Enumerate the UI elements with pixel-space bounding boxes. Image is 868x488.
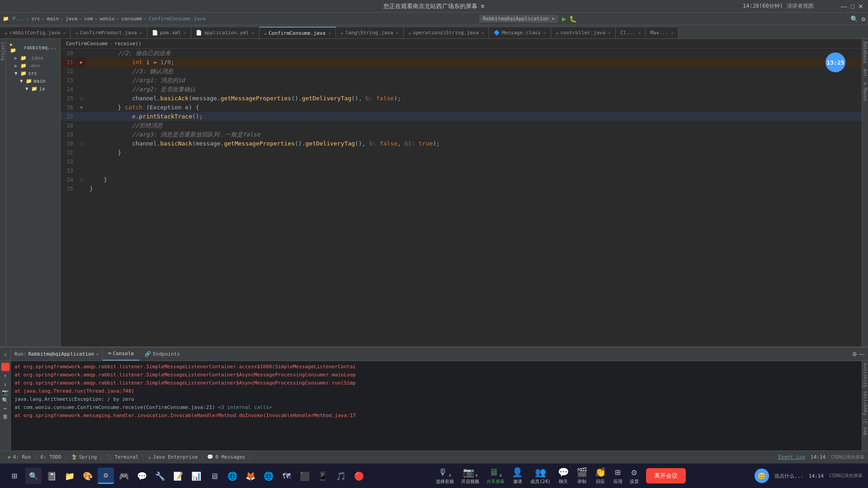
spring-tab[interactable]: 🍃Spring — [66, 454, 102, 460]
debug-button[interactable]: 🐛 — [569, 15, 577, 23]
tab-langstring[interactable]: ☕lang\String.java✕ — [336, 27, 404, 38]
chat-btn[interactable]: 💬 聊天 — [558, 467, 569, 485]
taskbar-app-chrome[interactable]: 🌐 — [224, 468, 241, 484]
tab-applicationyml[interactable]: 📄application.yml✕ — [191, 27, 259, 38]
tab-rabbitconfig[interactable]: ☕rabbitConfig.java✕ — [0, 27, 71, 38]
tab-cl[interactable]: Cl...✕ — [616, 27, 646, 38]
say-what-label[interactable]: 说点什么... — [774, 473, 803, 479]
breadcrumb-java[interactable]: java — [66, 16, 78, 22]
taskbar-app-explorer[interactable]: 📁 — [61, 468, 78, 484]
run-config-name[interactable]: Rabbitmq6qiApplication — [28, 351, 94, 357]
presenter-view[interactable]: 演讲者视图 — [787, 2, 814, 10]
clear-button[interactable]: 🗑 — [3, 413, 8, 420]
window-maximize[interactable]: □ — [851, 3, 854, 10]
tree-root[interactable]: ▶ 📁rabbitmq... — [8, 41, 58, 54]
tree-main[interactable]: ▼ 📁main — [19, 77, 58, 85]
tab-pomxml[interactable]: 📄pom.xml✕ — [147, 27, 191, 38]
taskbar-app-chart[interactable]: 📊 — [188, 468, 204, 484]
settings-btn[interactable]: ⚙ 设置 — [630, 467, 639, 485]
run-status-tab[interactable]: ▶4: Run — [4, 454, 36, 460]
taskbar-app-intellij[interactable]: ⚙ — [98, 468, 114, 484]
project-sidebar-tab[interactable]: Project — [0, 39, 6, 63]
invite-btn[interactable]: 👤 邀请 — [512, 467, 523, 485]
timer-badge: 13:25 — [826, 52, 845, 72]
reaction-btn[interactable]: 👏 回应 — [595, 467, 606, 485]
wrap-button[interactable]: ↩ — [4, 405, 7, 412]
window-minimize[interactable]: — — [841, 3, 847, 10]
tab-operationsstring[interactable]: ☕operations\String.java✕ — [404, 27, 489, 38]
filter-button[interactable]: 🔍 — [2, 397, 9, 404]
taskbar-app-terminal[interactable]: ⬛ — [297, 468, 313, 484]
gear-icon[interactable]: ⚙ — [862, 15, 865, 23]
minimize-panel-button[interactable]: — — [859, 351, 864, 357]
database-label[interactable]: Database — [862, 39, 868, 66]
tab-confirmproduct[interactable]: ☕ConfirmProduct.java✕ — [71, 27, 147, 38]
tree-src[interactable]: ▼ 📁src — [14, 70, 58, 77]
tab-controller[interactable]: ☕controller.java✕ — [551, 27, 616, 38]
share-screen[interactable]: 🖥 ∧ 共享屏幕 — [486, 467, 505, 485]
restart-button[interactable]: ↺ — [4, 351, 7, 357]
structure-label[interactable]: Structure — [862, 361, 868, 389]
breadcrumb-confirmconsume[interactable]: ConfirmConsume.java — [149, 16, 206, 22]
taskbar-app-edge[interactable]: 🌐 — [260, 468, 277, 484]
taskbar-app-vs[interactable]: 🎨 — [80, 468, 96, 484]
ant-label[interactable]: Ant — [862, 66, 868, 80]
todo-tab[interactable]: 6: TODO — [36, 454, 66, 460]
taskbar-search[interactable]: 🔍 — [25, 468, 42, 484]
camera-button[interactable]: 📷 — [2, 389, 9, 395]
endpoints-tab[interactable]: 🔗Endpoints — [139, 347, 185, 361]
scroll-down-button[interactable]: ↓ — [4, 381, 7, 387]
tab-confirmconsume[interactable]: ☕ConfirmConsume.java✕ — [259, 27, 336, 38]
run-button[interactable]: ▶ — [562, 14, 566, 23]
console-line-5[interactable]: at com.woniu.consume.ConfirmConsume.rece… — [14, 404, 858, 412]
stop-button[interactable] — [1, 363, 9, 371]
taskbar-app-gradle[interactable]: 💬 — [134, 468, 150, 484]
tree-idea[interactable]: ▶ 📁.idea — [14, 54, 58, 62]
taskbar-app-red[interactable]: 🔴 — [351, 468, 367, 484]
breadcrumb-p[interactable]: P... — [13, 16, 25, 22]
settings-button[interactable]: ⚙ — [852, 351, 857, 357]
favorites-label[interactable]: 2: Favorites — [862, 389, 868, 425]
taskbar-app-tools[interactable]: 🔧 — [152, 468, 168, 484]
taskbar-app-onenote[interactable]: 📓 — [43, 468, 60, 484]
project-label: 📁 — [3, 16, 9, 22]
record-btn[interactable]: 🎬 录制 — [576, 467, 588, 485]
apps-btn[interactable]: ⊞ 应用 — [613, 467, 623, 485]
taskbar-app-music[interactable]: 🎵 — [333, 468, 349, 484]
breadcrumb-com[interactable]: com — [84, 16, 93, 22]
tab-mav[interactable]: Mav...✕ — [646, 27, 679, 38]
audio-control[interactable]: 🎙 ∧ 选择音频 — [436, 467, 454, 485]
console-tab[interactable]: ⌨Console — [103, 347, 139, 361]
event-log-link[interactable]: Event Log — [778, 454, 805, 460]
breadcrumb-woniu[interactable]: woniu — [99, 16, 114, 22]
user-avatar[interactable]: 😊 — [755, 469, 769, 483]
breadcrumb-method[interactable]: receive() — [114, 41, 142, 47]
web-label[interactable]: Web — [862, 425, 868, 437]
tree-java[interactable]: ▼ 📁ja — [24, 85, 58, 93]
messages-tab[interactable]: 💬0 Messages — [203, 454, 250, 460]
search-button[interactable]: 🔍 — [850, 15, 858, 23]
maven-label[interactable]: m Maven — [862, 80, 868, 104]
video-control[interactable]: 📷 ∧ 开启视频 — [461, 467, 479, 485]
window-close[interactable]: ✕ — [858, 3, 863, 10]
leave-meeting-button[interactable]: 离开会议 — [646, 468, 686, 483]
run-config-selector[interactable]: Rabbitmq6qiApplication ▾ — [479, 15, 558, 23]
windows-start[interactable]: ⊞ — [5, 467, 24, 485]
terminal-tab[interactable]: ⬛Terminal — [102, 454, 143, 460]
breadcrumb-consume[interactable]: consume — [121, 16, 142, 22]
console-line-6: at org.springframework.messaging.handler… — [14, 412, 858, 420]
taskbar-app-mobile[interactable]: 📱 — [315, 468, 331, 484]
members-btn[interactable]: 👥 成员(24) — [530, 467, 550, 485]
taskbar-app-maps[interactable]: 🗺 — [278, 468, 295, 484]
java-enterprise-tab[interactable]: ☕Java Enterprise — [143, 454, 203, 460]
taskbar-app-git[interactable]: 🎮 — [116, 468, 132, 484]
breadcrumb-src[interactable]: src — [31, 16, 40, 22]
scroll-up-button[interactable]: ↑ — [4, 373, 7, 379]
taskbar-app-firefox[interactable]: 🦊 — [242, 468, 259, 484]
breadcrumb-class[interactable]: ConfirmConsume — [66, 41, 108, 47]
taskbar-app-monitor[interactable]: 🖥 — [206, 468, 222, 484]
taskbar-app-notepad[interactable]: 📝 — [170, 468, 186, 484]
breadcrumb-main[interactable]: main — [47, 16, 59, 22]
tree-mvn[interactable]: ▶ 📁.mvn — [14, 62, 58, 70]
tab-messageclass[interactable]: 🔷Message.class✕ — [489, 27, 551, 38]
